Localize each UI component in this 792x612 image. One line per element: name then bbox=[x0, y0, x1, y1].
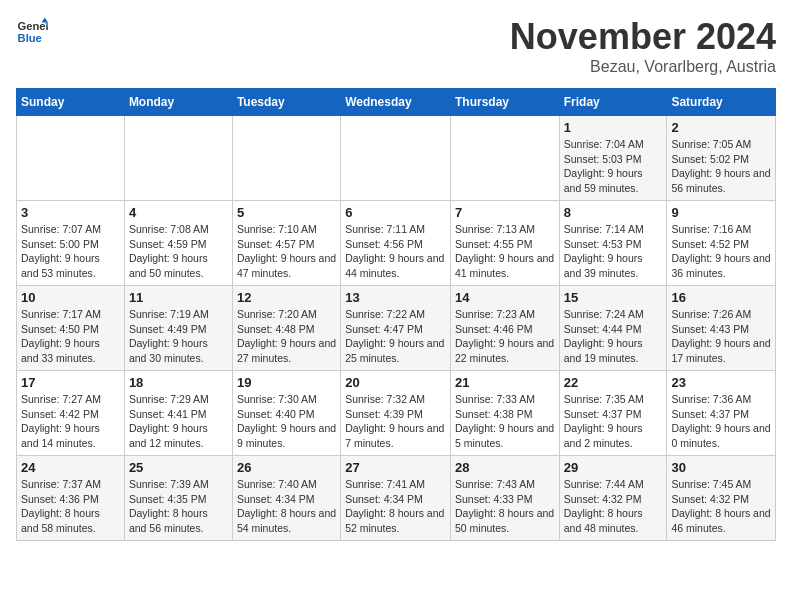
day-number: 14 bbox=[455, 290, 555, 305]
calendar-cell: 13Sunrise: 7:22 AM Sunset: 4:47 PM Dayli… bbox=[341, 286, 451, 371]
calendar-cell: 1Sunrise: 7:04 AM Sunset: 5:03 PM Daylig… bbox=[559, 116, 667, 201]
day-info: Sunrise: 7:08 AM Sunset: 4:59 PM Dayligh… bbox=[129, 222, 228, 281]
calendar-cell: 5Sunrise: 7:10 AM Sunset: 4:57 PM Daylig… bbox=[232, 201, 340, 286]
calendar-cell bbox=[232, 116, 340, 201]
col-header-friday: Friday bbox=[559, 89, 667, 116]
calendar-cell: 22Sunrise: 7:35 AM Sunset: 4:37 PM Dayli… bbox=[559, 371, 667, 456]
day-info: Sunrise: 7:05 AM Sunset: 5:02 PM Dayligh… bbox=[671, 137, 771, 196]
calendar-cell: 30Sunrise: 7:45 AM Sunset: 4:32 PM Dayli… bbox=[667, 456, 776, 541]
calendar-week-row: 24Sunrise: 7:37 AM Sunset: 4:36 PM Dayli… bbox=[17, 456, 776, 541]
day-number: 2 bbox=[671, 120, 771, 135]
calendar-cell: 26Sunrise: 7:40 AM Sunset: 4:34 PM Dayli… bbox=[232, 456, 340, 541]
calendar-cell: 29Sunrise: 7:44 AM Sunset: 4:32 PM Dayli… bbox=[559, 456, 667, 541]
day-info: Sunrise: 7:40 AM Sunset: 4:34 PM Dayligh… bbox=[237, 477, 336, 536]
day-number: 21 bbox=[455, 375, 555, 390]
day-info: Sunrise: 7:44 AM Sunset: 4:32 PM Dayligh… bbox=[564, 477, 663, 536]
day-info: Sunrise: 7:45 AM Sunset: 4:32 PM Dayligh… bbox=[671, 477, 771, 536]
calendar-cell: 23Sunrise: 7:36 AM Sunset: 4:37 PM Dayli… bbox=[667, 371, 776, 456]
col-header-wednesday: Wednesday bbox=[341, 89, 451, 116]
day-info: Sunrise: 7:32 AM Sunset: 4:39 PM Dayligh… bbox=[345, 392, 446, 451]
calendar-cell: 18Sunrise: 7:29 AM Sunset: 4:41 PM Dayli… bbox=[124, 371, 232, 456]
calendar-cell: 7Sunrise: 7:13 AM Sunset: 4:55 PM Daylig… bbox=[450, 201, 559, 286]
day-number: 3 bbox=[21, 205, 120, 220]
calendar-cell: 11Sunrise: 7:19 AM Sunset: 4:49 PM Dayli… bbox=[124, 286, 232, 371]
calendar-cell: 28Sunrise: 7:43 AM Sunset: 4:33 PM Dayli… bbox=[450, 456, 559, 541]
day-number: 13 bbox=[345, 290, 446, 305]
calendar-cell: 8Sunrise: 7:14 AM Sunset: 4:53 PM Daylig… bbox=[559, 201, 667, 286]
day-info: Sunrise: 7:22 AM Sunset: 4:47 PM Dayligh… bbox=[345, 307, 446, 366]
day-number: 29 bbox=[564, 460, 663, 475]
calendar-cell: 10Sunrise: 7:17 AM Sunset: 4:50 PM Dayli… bbox=[17, 286, 125, 371]
day-info: Sunrise: 7:19 AM Sunset: 4:49 PM Dayligh… bbox=[129, 307, 228, 366]
page-header: General Blue November 2024 Bezau, Vorarl… bbox=[16, 16, 776, 76]
day-info: Sunrise: 7:07 AM Sunset: 5:00 PM Dayligh… bbox=[21, 222, 120, 281]
day-number: 4 bbox=[129, 205, 228, 220]
calendar-cell: 2Sunrise: 7:05 AM Sunset: 5:02 PM Daylig… bbox=[667, 116, 776, 201]
calendar-cell bbox=[17, 116, 125, 201]
svg-text:Blue: Blue bbox=[18, 32, 42, 44]
day-info: Sunrise: 7:26 AM Sunset: 4:43 PM Dayligh… bbox=[671, 307, 771, 366]
day-number: 15 bbox=[564, 290, 663, 305]
calendar-cell: 16Sunrise: 7:26 AM Sunset: 4:43 PM Dayli… bbox=[667, 286, 776, 371]
calendar-cell: 21Sunrise: 7:33 AM Sunset: 4:38 PM Dayli… bbox=[450, 371, 559, 456]
day-number: 8 bbox=[564, 205, 663, 220]
calendar-week-row: 10Sunrise: 7:17 AM Sunset: 4:50 PM Dayli… bbox=[17, 286, 776, 371]
day-number: 27 bbox=[345, 460, 446, 475]
day-info: Sunrise: 7:30 AM Sunset: 4:40 PM Dayligh… bbox=[237, 392, 336, 451]
calendar-cell: 25Sunrise: 7:39 AM Sunset: 4:35 PM Dayli… bbox=[124, 456, 232, 541]
calendar-cell: 24Sunrise: 7:37 AM Sunset: 4:36 PM Dayli… bbox=[17, 456, 125, 541]
calendar-cell: 14Sunrise: 7:23 AM Sunset: 4:46 PM Dayli… bbox=[450, 286, 559, 371]
logo-icon: General Blue bbox=[16, 16, 48, 48]
day-info: Sunrise: 7:23 AM Sunset: 4:46 PM Dayligh… bbox=[455, 307, 555, 366]
day-number: 11 bbox=[129, 290, 228, 305]
day-number: 1 bbox=[564, 120, 663, 135]
calendar-week-row: 17Sunrise: 7:27 AM Sunset: 4:42 PM Dayli… bbox=[17, 371, 776, 456]
day-number: 12 bbox=[237, 290, 336, 305]
day-info: Sunrise: 7:43 AM Sunset: 4:33 PM Dayligh… bbox=[455, 477, 555, 536]
day-number: 9 bbox=[671, 205, 771, 220]
calendar-header-row: SundayMondayTuesdayWednesdayThursdayFrid… bbox=[17, 89, 776, 116]
calendar-cell: 27Sunrise: 7:41 AM Sunset: 4:34 PM Dayli… bbox=[341, 456, 451, 541]
day-info: Sunrise: 7:14 AM Sunset: 4:53 PM Dayligh… bbox=[564, 222, 663, 281]
day-info: Sunrise: 7:10 AM Sunset: 4:57 PM Dayligh… bbox=[237, 222, 336, 281]
day-number: 25 bbox=[129, 460, 228, 475]
col-header-monday: Monday bbox=[124, 89, 232, 116]
day-number: 16 bbox=[671, 290, 771, 305]
calendar-week-row: 3Sunrise: 7:07 AM Sunset: 5:00 PM Daylig… bbox=[17, 201, 776, 286]
day-number: 5 bbox=[237, 205, 336, 220]
calendar-cell: 12Sunrise: 7:20 AM Sunset: 4:48 PM Dayli… bbox=[232, 286, 340, 371]
col-header-tuesday: Tuesday bbox=[232, 89, 340, 116]
calendar-cell: 15Sunrise: 7:24 AM Sunset: 4:44 PM Dayli… bbox=[559, 286, 667, 371]
day-info: Sunrise: 7:33 AM Sunset: 4:38 PM Dayligh… bbox=[455, 392, 555, 451]
calendar-cell: 20Sunrise: 7:32 AM Sunset: 4:39 PM Dayli… bbox=[341, 371, 451, 456]
calendar-cell bbox=[341, 116, 451, 201]
day-number: 19 bbox=[237, 375, 336, 390]
day-number: 6 bbox=[345, 205, 446, 220]
day-info: Sunrise: 7:41 AM Sunset: 4:34 PM Dayligh… bbox=[345, 477, 446, 536]
title-area: November 2024 Bezau, Vorarlberg, Austria bbox=[510, 16, 776, 76]
day-info: Sunrise: 7:39 AM Sunset: 4:35 PM Dayligh… bbox=[129, 477, 228, 536]
day-number: 28 bbox=[455, 460, 555, 475]
day-info: Sunrise: 7:13 AM Sunset: 4:55 PM Dayligh… bbox=[455, 222, 555, 281]
day-info: Sunrise: 7:36 AM Sunset: 4:37 PM Dayligh… bbox=[671, 392, 771, 451]
calendar-cell: 3Sunrise: 7:07 AM Sunset: 5:00 PM Daylig… bbox=[17, 201, 125, 286]
day-number: 24 bbox=[21, 460, 120, 475]
day-number: 23 bbox=[671, 375, 771, 390]
day-number: 18 bbox=[129, 375, 228, 390]
day-info: Sunrise: 7:29 AM Sunset: 4:41 PM Dayligh… bbox=[129, 392, 228, 451]
day-info: Sunrise: 7:16 AM Sunset: 4:52 PM Dayligh… bbox=[671, 222, 771, 281]
day-number: 7 bbox=[455, 205, 555, 220]
day-info: Sunrise: 7:20 AM Sunset: 4:48 PM Dayligh… bbox=[237, 307, 336, 366]
calendar-cell bbox=[450, 116, 559, 201]
month-title: November 2024 bbox=[510, 16, 776, 58]
day-number: 22 bbox=[564, 375, 663, 390]
day-info: Sunrise: 7:37 AM Sunset: 4:36 PM Dayligh… bbox=[21, 477, 120, 536]
day-info: Sunrise: 7:17 AM Sunset: 4:50 PM Dayligh… bbox=[21, 307, 120, 366]
calendar-table: SundayMondayTuesdayWednesdayThursdayFrid… bbox=[16, 88, 776, 541]
day-info: Sunrise: 7:27 AM Sunset: 4:42 PM Dayligh… bbox=[21, 392, 120, 451]
calendar-cell: 9Sunrise: 7:16 AM Sunset: 4:52 PM Daylig… bbox=[667, 201, 776, 286]
day-info: Sunrise: 7:04 AM Sunset: 5:03 PM Dayligh… bbox=[564, 137, 663, 196]
day-info: Sunrise: 7:35 AM Sunset: 4:37 PM Dayligh… bbox=[564, 392, 663, 451]
calendar-cell: 17Sunrise: 7:27 AM Sunset: 4:42 PM Dayli… bbox=[17, 371, 125, 456]
day-number: 20 bbox=[345, 375, 446, 390]
